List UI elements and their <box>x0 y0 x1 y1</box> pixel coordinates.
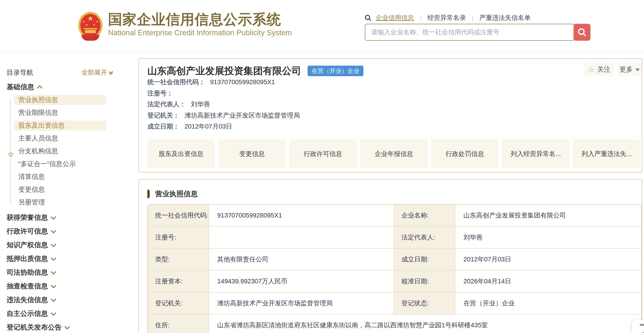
search-type-nav: 企业信用信息 | 经营异常名录 | 严重违法失信名单 <box>364 13 531 22</box>
sidebar-item-business-license[interactable]: 营业执照信息 <box>14 95 106 105</box>
table-row: 登记机关: 潍坊高新技术产业开发区市场监督管理局 登记状态: 在营（开业）企业 <box>148 292 641 314</box>
chevron-down-icon <box>50 242 56 247</box>
chevron-down-icon <box>50 255 56 261</box>
status-badge: 在营（开业）企业 <box>308 66 364 76</box>
sidebar-item-shareholders[interactable]: 股东及出资信息 <box>14 120 106 131</box>
widget-slash-icon <box>640 328 644 333</box>
section-accent-bar <box>148 190 150 198</box>
nav-link-abnormal-operations[interactable]: 经营异常名录 <box>428 13 466 22</box>
sidebar-item-liquidation[interactable]: 清算信息 <box>7 170 112 183</box>
chevron-down-icon <box>50 310 56 316</box>
emblem-star-icon: ★ <box>88 14 94 22</box>
nav-separator: | <box>472 14 474 21</box>
emblem-star-icon: ★ <box>93 23 96 26</box>
caret-down-icon <box>636 69 640 71</box>
emblem-gate-icon <box>85 30 96 33</box>
sidebar-item-multi-cert[interactable]: “多证合一”信息公示 <box>7 158 112 170</box>
sidebar-item-separate-register[interactable]: 另册管理 <box>7 196 112 209</box>
tab-changes[interactable]: 变更信息 <box>218 139 286 168</box>
nav-link-serious-violations[interactable]: 严重违法失信名单 <box>480 13 531 22</box>
tab-annual-report[interactable]: 企业年报信息 <box>360 139 428 168</box>
sidebar-group-spot-check[interactable]: 抽查检查信息 <box>7 279 112 293</box>
cell-label: 核准日期: <box>394 270 455 292</box>
sidebar-item-changes[interactable]: 变更信息 <box>7 183 112 196</box>
tab-admin-license[interactable]: 行政许可信息 <box>289 139 356 168</box>
tab-serious-violation-list[interactable]: 列入严重违法失... <box>573 139 640 168</box>
field-registration-number: 注册号： <box>148 88 300 99</box>
cell-value: 在营（开业）企业 <box>455 292 641 314</box>
sidebar-item-business-term[interactable]: 营业期限信息 <box>7 106 112 119</box>
chevron-up-icon <box>37 85 42 91</box>
sidebar-item-branches[interactable]: 分支机构信息 <box>7 145 112 158</box>
sidebar-group-authority-announcements[interactable]: 登记机关发布公告 <box>7 321 112 333</box>
sidebar-group-list: 获得荣誉信息 行政许可信息 知识产权信息 抵押出质信息 司法协助信息 抽查检查信… <box>7 211 112 333</box>
cell-label: 住所: <box>148 314 209 333</box>
section-header: 营业执照信息 <box>148 189 198 199</box>
tab-abnormal-list[interactable]: 列入经营异常名... <box>502 139 570 168</box>
emblem-star-icon: ★ <box>85 23 88 26</box>
cell-value: 149439.992307万人民币 <box>209 270 394 292</box>
search-button[interactable] <box>574 24 590 41</box>
field-credit-code: 统一社会信用代码： 9137070059928095X1 <box>148 77 300 88</box>
expand-all-button[interactable]: 全部展开 <box>82 68 112 77</box>
field-legal-representative: 法定代表人： 刘华善 <box>148 99 300 110</box>
table-row: 注册号: 法定代表人: 刘华善 <box>148 226 641 248</box>
cell-value: 2012年07月03日 <box>455 248 641 270</box>
sidebar-group-ip[interactable]: 知识产权信息 <box>7 238 112 252</box>
sidebar-group-self-publicity[interactable]: 自主公示信息 <box>7 307 112 321</box>
search-icon <box>364 14 372 22</box>
table-row: 注册资本: 149439.992307万人民币 核准日期: 2026年04月14… <box>148 270 641 292</box>
national-emblem-logo: ★ ★ ★ ★ ★ <box>78 12 102 42</box>
sidebar-group-honors[interactable]: 获得荣誉信息 <box>7 211 112 224</box>
sidebar-item-key-personnel[interactable]: 主要人员信息 <box>7 132 112 145</box>
cell-value: 山东高创产业发展投资集团有限公司 <box>455 205 641 226</box>
cell-value: 刘华善 <box>455 226 641 248</box>
chevron-down-icon <box>64 324 70 329</box>
sidebar-title: 目录导航 <box>7 68 33 77</box>
license-table: 统一社会信用代码: 9137070059928095X1 企业名称: 山东高创产… <box>148 204 642 333</box>
basic-info-sublist: 营业执照信息 营业期限信息 股东及出资信息 主要人员信息 分支机构信息 “多证合… <box>7 95 112 209</box>
sidebar-group-mortgage[interactable]: 抵押出质信息 <box>7 252 112 266</box>
follow-button[interactable]: ☆ 关注 <box>584 63 614 76</box>
nav-link-enterprise-credit[interactable]: 企业信用信息 <box>376 13 414 22</box>
sidebar-header: 目录导航 全部展开 <box>7 68 112 80</box>
cell-label: 注册号: <box>148 226 209 248</box>
cell-label: 企业名称: <box>394 205 455 226</box>
tab-admin-penalty[interactable]: 行政处罚信息 <box>431 139 498 168</box>
company-overview-card: 山东高创产业发展投资集团有限公司 在营（开业）企业 ☆ 关注 更多 统一社会信用… <box>138 58 642 172</box>
field-establishment-date: 成立日期： 2012年07月03日 <box>148 121 300 132</box>
sublist-rail <box>10 99 11 205</box>
page-header: ★ ★ ★ ★ ★ 国家企业信用信息公示系统 National Enterpri… <box>0 0 644 52</box>
star-icon: ☆ <box>588 66 594 73</box>
floating-corner-widget[interactable] <box>632 320 644 333</box>
more-button[interactable]: 更多 <box>618 63 642 76</box>
company-title-row: 山东高创产业发展投资集团有限公司 在营（开业）企业 <box>148 65 364 77</box>
cell-value: 山东省潍坊高新区清池街道府东社区健康东街以南，高二路以西潍坊智慧产业园1号科研楼… <box>209 314 641 333</box>
section-title: 营业执照信息 <box>155 189 198 199</box>
field-registration-authority: 登记机关： 潍坊高新技术产业开发区市场监督管理局 <box>148 110 300 121</box>
search-icon <box>577 27 587 37</box>
widget-bar-icon <box>640 324 644 326</box>
tab-shareholders[interactable]: 股东及出资信息 <box>148 139 215 168</box>
search-input[interactable] <box>365 24 574 41</box>
chevron-down-icon <box>50 269 56 275</box>
table-row: 统一社会信用代码: 9137070059928095X1 企业名称: 山东高创产… <box>148 205 641 226</box>
cell-label: 登记状态: <box>394 292 455 314</box>
cell-label: 类型: <box>148 248 209 270</box>
site-title-zh: 国家企业信用信息公示系统 <box>108 11 292 27</box>
company-name: 山东高创产业发展投资集团有限公司 <box>148 65 301 77</box>
sidebar-group-basic-info[interactable]: 基础信息 <box>7 80 112 93</box>
cell-label: 统一社会信用代码: <box>148 205 209 226</box>
chevron-down-icon <box>50 297 56 302</box>
cell-value: 潍坊高新技术产业开发区市场监督管理局 <box>209 292 394 314</box>
sidebar-group-judicial[interactable]: 司法协助信息 <box>7 266 112 279</box>
cell-label: 登记机关: <box>148 292 209 314</box>
sidebar-group-violations[interactable]: 违法失信信息 <box>7 293 112 307</box>
sidebar-group-admin-license[interactable]: 行政许可信息 <box>7 224 112 238</box>
cell-label: 注册资本: <box>148 270 209 292</box>
chevron-down-icon <box>50 283 56 288</box>
business-license-card: 营业执照信息 统一社会信用代码: 9137070059928095X1 企业名称… <box>138 179 642 333</box>
cell-label: 成立日期: <box>394 248 455 270</box>
emblem-star-icon: ★ <box>82 20 85 23</box>
directory-sidebar: 目录导航 全部展开 基础信息 营业执照信息 营业期限信息 股东及出资信息 主要人… <box>7 68 112 333</box>
